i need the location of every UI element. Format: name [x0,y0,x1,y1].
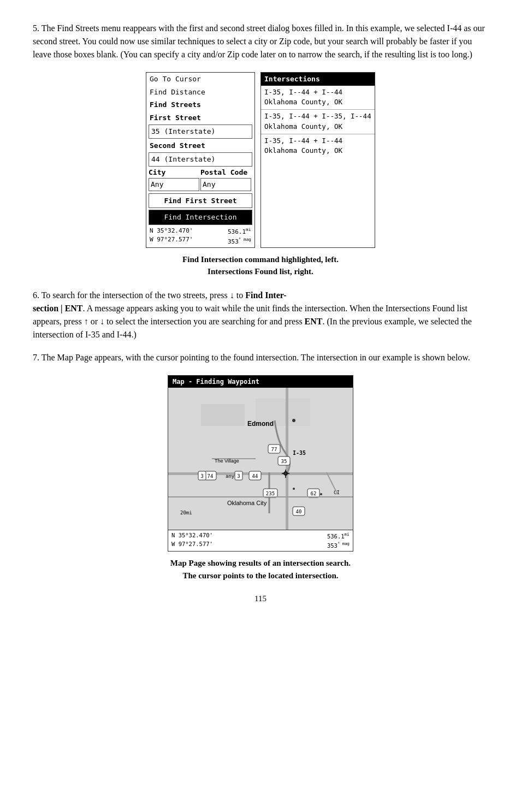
map-coord-n: N 35°32.470' [171,531,213,540]
postal-value: Any [200,178,251,191]
svg-text:77: 77 [271,447,277,452]
int-item-0-line2: Oklahoma County, OK [264,97,371,108]
svg-text:40: 40 [296,509,302,514]
coord-n: N 35°32.470' [150,227,193,236]
p5-text: 5. The Find Streets menu reappears with … [33,23,485,59]
svg-text:62: 62 [311,491,317,496]
find-intersection-btn[interactable]: Find Intersection [149,210,252,225]
map-box: Map - Finding Waypoint [168,375,353,552]
paragraph-7: 7. The Map Page appears, with the cursor… [33,351,488,364]
second-street-label: Second Street [146,139,254,152]
intersection-item-2: I-35, I--44 + I--44 Oklahoma County, OK [261,134,375,158]
int-item-2-line1: I-35, I--44 + I--44 [264,136,371,146]
svg-point-35 [293,488,295,490]
svg-rect-1 [201,404,245,426]
svg-point-34 [285,472,287,475]
int-item-1-line2: Oklahoma County, OK [264,122,371,132]
caption2-line2: The cursor points to the located interse… [33,570,488,582]
city-label: City [149,167,200,178]
map-coords-row: N 35°32.470' W 97°27.577' 536.1mi 353° m… [168,530,353,552]
page-number: 115 [33,592,488,605]
caption2-line1: Map Page showing results of an intersect… [33,557,488,570]
svg-text:20mi: 20mi [180,510,192,515]
svg-point-33 [292,419,295,422]
mag-value: 353° mag [228,236,251,246]
dist-value: 536.1mi [228,227,251,236]
svg-point-36 [320,493,322,495]
coords-left: N 35°32.470' W 97°27.577' [150,227,193,246]
intersections-header: Intersections [261,73,375,86]
svg-text:any: any [226,473,235,479]
p7-text: 7. The Map Page appears, with the cursor… [33,353,470,362]
map-coords-right: 536.1mi 353° mag [327,531,350,550]
first-street-label: First Street [146,111,254,125]
paragraph-5: 5. The Find Streets menu reappears with … [33,22,488,61]
paragraph-6: 6. To search for the intersection of the… [33,289,488,341]
map-svg: Edmond The Village Oklahoma City 20mi 77… [168,388,353,530]
map-area: Edmond The Village Oklahoma City 20mi 77… [168,388,353,530]
second-street-value: 44 (Interstate) [149,152,252,167]
find-distance-item: Find Distance [146,86,254,99]
svg-text:The Village: The Village [215,458,239,464]
any-values-row: Any Any [146,177,254,192]
find-streets-menu: Go To Cursor Find Distance Find Streets … [146,72,255,248]
map-container: Map - Finding Waypoint [33,375,488,552]
map-coords-left: N 35°32.470' W 97°27.577' [171,531,213,550]
caption-1: Find Intersection command highlighted, l… [33,253,488,278]
map-title: Map - Finding Waypoint [168,376,353,388]
svg-text:I-35: I-35 [293,450,306,456]
svg-text:35: 35 [281,459,287,464]
int-item-2-line2: Oklahoma County, OK [264,146,371,156]
diagram-row: Go To Cursor Find Distance Find Streets … [33,72,488,248]
city-value: Any [149,178,199,191]
map-dist: 536.1mi [327,531,350,541]
first-street-value: 35 (Interstate) [149,125,252,139]
postal-label: Postal Code [200,167,252,178]
coords-right: 536.1mi 353° mag [228,227,251,246]
intersections-box: Intersections I-35, I--44 + I--44 Oklaho… [260,72,375,248]
coord-w: W 97°27.577' [150,235,193,245]
svg-text:3: 3 [200,473,203,479]
svg-text:Edmond: Edmond [247,420,274,428]
svg-text:74: 74 [208,473,214,479]
city-postal-labels-row: City Postal Code [146,167,254,178]
coords-row: N 35°32.470' W 97°27.577' 536.1mi 353° m… [146,226,254,247]
find-first-street-btn[interactable]: Find First Street [149,193,252,209]
go-to-cursor-item: Go To Cursor [146,73,254,86]
int-item-0-line1: I-35, I--44 + I--44 [264,87,371,98]
caption-2: Map Page showing results of an intersect… [33,557,488,582]
int-item-1-line1: I-35, I--44 + I--35, I--44 [264,111,371,122]
svg-text:44: 44 [252,473,258,479]
intersection-item-0: I-35, I--44 + I--44 Oklahoma County, OK [261,86,375,110]
svg-text:3: 3 [237,473,240,479]
svg-text:Oklahoma City: Oklahoma City [227,500,267,506]
caption1-line1: Find Intersection command highlighted, l… [33,253,488,266]
caption1-line2: Intersections Found list, right. [33,265,488,278]
map-mag: 353° mag [327,541,350,550]
intersection-item-1: I-35, I--44 + I--35, I--44 Oklahoma Coun… [261,110,375,134]
find-streets-item: Find Streets [146,98,254,111]
svg-text:235: 235 [266,491,275,496]
map-coord-w: W 97°27.577' [171,540,213,549]
